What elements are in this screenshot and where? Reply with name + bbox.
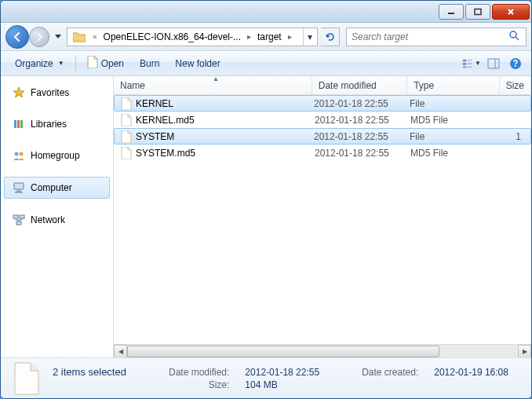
folder-icon [72, 30, 86, 44]
svg-text:?: ? [512, 58, 518, 69]
burn-label: Burn [140, 58, 159, 69]
table-row[interactable]: SYSTEM.md52012-01-18 22:55MD5 File [114, 145, 531, 161]
details-created-label: Date created: [348, 367, 418, 378]
forward-button [29, 27, 49, 47]
homegroup-icon [12, 148, 26, 163]
file-icon [87, 56, 98, 71]
file-name: SYSTEM.md5 [136, 148, 315, 159]
network-icon [12, 213, 26, 227]
sidebar-item-network[interactable]: Network [1, 210, 113, 230]
toolbar-separator [75, 56, 76, 71]
file-type: MD5 File [410, 148, 503, 159]
computer-icon [12, 181, 26, 195]
file-icon [120, 97, 133, 110]
details-pane: 2 items selected Date modified: 2012-01-… [1, 357, 531, 398]
scroll-left-button[interactable]: ◀ [114, 345, 127, 358]
burn-button[interactable]: Burn [132, 55, 167, 72]
horizontal-scrollbar[interactable]: ◀ ▶ [114, 344, 531, 357]
titlebar [1, 1, 531, 23]
history-dropdown[interactable] [53, 27, 64, 46]
scroll-track[interactable] [127, 345, 518, 358]
body: Favorites Libraries Homegroup Computer N… [1, 76, 531, 357]
organize-button[interactable]: Organize ▼ [7, 55, 72, 72]
svg-rect-21 [14, 183, 24, 189]
details-title: 2 items selected [53, 366, 140, 378]
column-header-date[interactable]: Date modified [312, 76, 407, 94]
file-date: 2012-01-18 22:55 [315, 148, 410, 159]
file-icon [120, 114, 133, 126]
table-row[interactable]: KERNEL.md52012-01-18 22:55MD5 File [114, 112, 531, 128]
sidebar-item-label: Network [31, 214, 65, 225]
sidebar-item-libraries[interactable]: Libraries [1, 114, 113, 134]
navigation-sidebar: Favorites Libraries Homegroup Computer N… [1, 76, 114, 357]
file-type: File [410, 98, 502, 109]
help-button[interactable]: ? [506, 54, 525, 73]
scroll-right-button[interactable]: ▶ [518, 345, 531, 358]
svg-rect-7 [463, 63, 466, 65]
column-header-type[interactable]: Type [407, 76, 499, 94]
newfolder-label: New folder [175, 58, 220, 69]
file-list[interactable]: KERNEL2012-01-18 22:55FileKERNEL.md52012… [114, 95, 531, 344]
sidebar-item-favorites[interactable]: Favorites [1, 82, 113, 103]
column-headers: Name ▲ Date modified Type Size [114, 76, 531, 95]
minimize-button[interactable] [439, 4, 464, 20]
scroll-thumb[interactable] [127, 346, 439, 357]
preview-pane-button[interactable] [484, 54, 503, 73]
column-header-size[interactable]: Size [500, 76, 531, 94]
details-modified-label: Date modified: [155, 367, 229, 378]
file-name: SYSTEM [136, 131, 314, 142]
back-button[interactable] [5, 25, 29, 49]
breadcrumb-segment-1[interactable]: OpenELEC-ION.x86_64-devel-... [100, 30, 244, 44]
svg-rect-6 [463, 59, 466, 61]
file-name: KERNEL [136, 98, 314, 109]
file-icon [10, 362, 43, 395]
details-created-value: 2012-01-19 16:08 [434, 367, 522, 378]
details-text: 2 items selected Date modified: 2012-01-… [53, 366, 522, 390]
svg-point-4 [510, 31, 516, 38]
explorer-window: « OpenELEC-ION.x86_64-devel-... ▸ target… [0, 0, 532, 399]
file-list-pane: Name ▲ Date modified Type Size KERNEL201… [114, 76, 531, 357]
chevron-down-icon: ▼ [58, 60, 64, 67]
svg-rect-18 [20, 120, 23, 128]
breadcrumb-prefix[interactable]: « [89, 32, 100, 41]
sidebar-item-label: Computer [31, 182, 72, 193]
view-options-button[interactable]: ▼ [462, 54, 481, 73]
address-dropdown[interactable]: ▾ [303, 28, 315, 46]
sidebar-item-label: Libraries [31, 119, 67, 130]
chevron-right-icon[interactable]: ▸ [244, 32, 254, 41]
sidebar-item-homegroup[interactable]: Homegroup [1, 145, 113, 166]
sidebar-item-label: Favorites [31, 87, 69, 98]
column-header-name[interactable]: Name ▲ [114, 76, 312, 94]
svg-rect-16 [14, 120, 16, 128]
search-icon[interactable] [508, 30, 521, 43]
new-folder-button[interactable]: New folder [167, 55, 228, 72]
search-input[interactable] [352, 31, 508, 42]
file-icon [120, 130, 133, 143]
svg-rect-22 [16, 190, 21, 192]
svg-line-5 [516, 37, 519, 40]
table-row[interactable]: SYSTEM2012-01-18 22:55File1 [114, 128, 531, 145]
file-type: File [410, 131, 502, 142]
svg-point-20 [20, 152, 24, 156]
svg-point-19 [15, 152, 19, 156]
svg-rect-12 [488, 59, 499, 68]
breadcrumb-segment-2[interactable]: target [254, 30, 285, 44]
search-box[interactable] [346, 27, 527, 46]
maximize-button[interactable] [465, 4, 490, 20]
svg-rect-24 [13, 215, 18, 218]
star-icon [12, 86, 26, 100]
close-button[interactable] [492, 4, 530, 20]
file-icon [120, 147, 133, 159]
open-button[interactable]: Open [79, 53, 132, 74]
svg-rect-1 [475, 9, 481, 14]
table-row[interactable]: KERNEL2012-01-18 22:55File [114, 95, 531, 112]
sidebar-item-computer[interactable]: Computer [4, 177, 110, 199]
svg-rect-23 [15, 192, 23, 193]
chevron-right-icon[interactable]: ▸ [285, 32, 295, 41]
svg-rect-17 [17, 120, 20, 128]
details-size-value: 104 MB [245, 379, 333, 390]
file-name: KERNEL.md5 [136, 115, 315, 126]
address-bar[interactable]: « OpenELEC-ION.x86_64-devel-... ▸ target… [67, 27, 318, 46]
open-label: Open [101, 58, 124, 69]
refresh-button[interactable] [321, 27, 340, 46]
